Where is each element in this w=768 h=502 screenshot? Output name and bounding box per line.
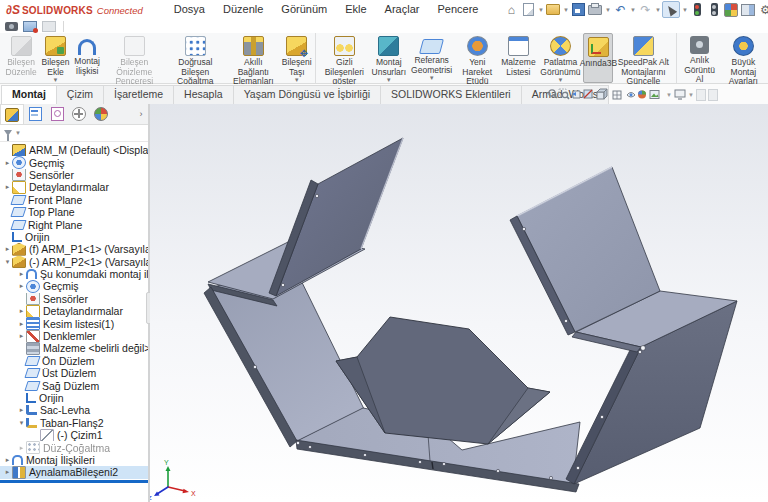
open-document-icon[interactable]: [545, 2, 561, 17]
expand-arrow-icon[interactable]: [3, 183, 12, 191]
ribbon-button[interactable]: Patlatma Görünümü ▼: [537, 33, 583, 83]
new-caret-icon[interactable]: ▼: [537, 7, 544, 13]
tree-item[interactable]: Right Plane: [0, 218, 148, 230]
menu-item[interactable]: Pencere: [428, 0, 487, 19]
ribbon-button[interactable]: Doğrusal Bileşen Çoğaltma ▼: [165, 33, 225, 83]
previous-view-icon[interactable]: [572, 91, 580, 98]
command-tab[interactable]: İşaretleme: [103, 85, 174, 104]
settings-gear-icon[interactable]: ⚙: [757, 2, 768, 17]
options-icon[interactable]: [723, 2, 739, 17]
selection-caret-icon[interactable]: ▼: [681, 7, 688, 13]
undo-caret-icon[interactable]: ▼: [629, 7, 636, 13]
tree-item[interactable]: (f) ARM_P1<1> (Varsayılan) <<Va: [0, 243, 148, 255]
filter-funnel-icon[interactable]: [4, 130, 12, 136]
redo-caret-icon[interactable]: ▼: [654, 7, 661, 13]
new-document-icon[interactable]: [520, 2, 536, 17]
menu-item[interactable]: Görünüm: [272, 0, 336, 19]
tree-item[interactable]: Üst Düzlem: [0, 367, 148, 379]
open-caret-icon[interactable]: ▼: [562, 7, 569, 13]
print-caret-icon[interactable]: ▼: [604, 7, 611, 13]
featuremanager-tab-icon[interactable]: [0, 104, 24, 124]
tree-item[interactable]: (-) ARM_P2<1> (Varsayılan) <<Va: [0, 256, 148, 268]
tree-item[interactable]: Sac-Levha: [0, 404, 148, 416]
tree-item[interactable]: Geçmiş: [0, 280, 148, 292]
expand-arrow-icon[interactable]: [3, 159, 12, 167]
edit-appearance-icon[interactable]: [638, 91, 646, 99]
tree-item[interactable]: Sağ Düzlem: [0, 379, 148, 391]
filter-caret-icon[interactable]: ▼: [15, 130, 21, 136]
tree-item[interactable]: (-) Çizim1: [0, 429, 148, 441]
tree-item[interactable]: Kesim listesi(1): [0, 317, 148, 329]
hide-show-items-icon[interactable]: [627, 93, 635, 98]
view-settings-icon[interactable]: [673, 87, 687, 102]
ribbon-button[interactable]: Bileşen Ekle ▼: [40, 33, 71, 83]
ribbon-button[interactable]: Referans Geometrisi ▼: [408, 33, 455, 83]
tree-item[interactable]: Orijin: [0, 392, 148, 404]
model-canvas[interactable]: Y X Z: [150, 104, 768, 502]
ribbon-button[interactable]: Büyük Montaj Ayarları: [719, 33, 768, 83]
tree-item[interactable]: Malzeme <belirli değil>: [0, 342, 148, 354]
tree-item[interactable]: Geçmiş: [0, 156, 148, 168]
tree-item[interactable]: Montaj İlişkileri: [0, 454, 148, 466]
camera-icon[interactable]: [5, 22, 18, 31]
tree-item[interactable]: Ön Düzlem: [0, 355, 148, 367]
split-caret-icon[interactable]: ▼: [688, 92, 694, 98]
tree-item[interactable]: Denklemler: [0, 330, 148, 342]
display-style-icon[interactable]: [613, 91, 621, 99]
ribbon-button[interactable]: SpeedPak Alt Montajlarını Güncelle: [613, 33, 677, 83]
expand-arrow-icon[interactable]: [3, 245, 12, 253]
tree-item[interactable]: AynalamaBileşeni2: [0, 466, 148, 478]
graphics-viewport[interactable]: Y X Z: [150, 104, 768, 502]
ribbon-button[interactable]: Montaj Unsurları ▼: [369, 33, 408, 83]
expand-arrow-icon[interactable]: [17, 444, 26, 452]
save-icon[interactable]: [570, 2, 586, 17]
expand-arrow-icon[interactable]: [17, 307, 26, 315]
tree-item[interactable]: Orijin: [0, 231, 148, 243]
propertymanager-tab-icon[interactable]: [24, 104, 46, 124]
tree-item[interactable]: Front Plane: [0, 194, 148, 206]
selection-tool-icon[interactable]: [662, 1, 680, 18]
expand-arrow-icon[interactable]: [17, 320, 26, 328]
ribbon-button[interactable]: Anında3B: [583, 33, 613, 83]
expand-arrow-icon[interactable]: [17, 419, 26, 427]
expand-arrow-icon[interactable]: [3, 456, 12, 464]
ribbon-button[interactable]: Bileşeni Taşı ▼: [281, 33, 316, 83]
view-settings-caret-icon[interactable]: ▼: [666, 92, 672, 98]
undo-icon[interactable]: ↶: [612, 2, 628, 17]
tree-item[interactable]: Şu konumdaki montaj ilişkileri: [0, 268, 148, 280]
expand-arrow-icon[interactable]: [17, 406, 26, 414]
tree-item[interactable]: Top Plane: [0, 206, 148, 218]
menu-item[interactable]: Dosya: [165, 0, 214, 19]
command-tab[interactable]: Çizim: [56, 85, 104, 104]
tree-item[interactable]: Sensörler: [0, 293, 148, 305]
ribbon-button[interactable]: Montaj İlişkisi: [71, 33, 104, 83]
ribbon-button[interactable]: Anlık Görüntü Al: [680, 33, 718, 83]
displaymanager-tab-icon[interactable]: [90, 104, 112, 124]
home-icon[interactable]: ⌂: [503, 2, 519, 17]
ribbon-button[interactable]: Akıllı Bağlantı Elemanları: [225, 33, 281, 83]
expand-arrow-icon[interactable]: [3, 468, 12, 476]
ribbon-button[interactable]: Bileşen Düzenle: [2, 33, 40, 83]
command-tab[interactable]: Montaj: [1, 85, 57, 104]
tree-item[interactable]: Taban-Flanş2: [0, 417, 148, 429]
menu-item[interactable]: Ekle: [336, 0, 375, 19]
redo-icon[interactable]: ↷: [637, 2, 653, 17]
panel-tabs-overflow[interactable]: ›: [134, 104, 148, 124]
rebuild-traffic-light-icon[interactable]: [689, 2, 705, 17]
command-tab[interactable]: Hesapla: [173, 85, 234, 104]
ribbon-button[interactable]: Gizli Bileşenleri göster: [319, 33, 369, 83]
command-tab[interactable]: SOLIDWORKS Eklentileri: [380, 85, 522, 104]
print-icon[interactable]: [587, 2, 603, 17]
expand-arrow-icon[interactable]: [17, 270, 26, 278]
menu-item[interactable]: Düzenle: [214, 0, 272, 19]
command-tab[interactable]: Yaşam Döngüsü ve İşbirliği: [233, 85, 381, 104]
tree-item[interactable]: ARM_M (Default) <Display State-1>: [0, 144, 148, 156]
display-pane-icon[interactable]: [740, 2, 756, 17]
rollback-bar[interactable]: [0, 480, 148, 483]
zoom-to-fit-icon[interactable]: [549, 90, 557, 98]
image-capture-icon[interactable]: [23, 21, 37, 32]
configurationmanager-tab-icon[interactable]: [46, 104, 68, 124]
ribbon-button[interactable]: Malzeme Listesi: [499, 33, 537, 83]
menu-item[interactable]: Araçlar: [376, 0, 429, 19]
expand-arrow-icon[interactable]: [17, 332, 26, 340]
